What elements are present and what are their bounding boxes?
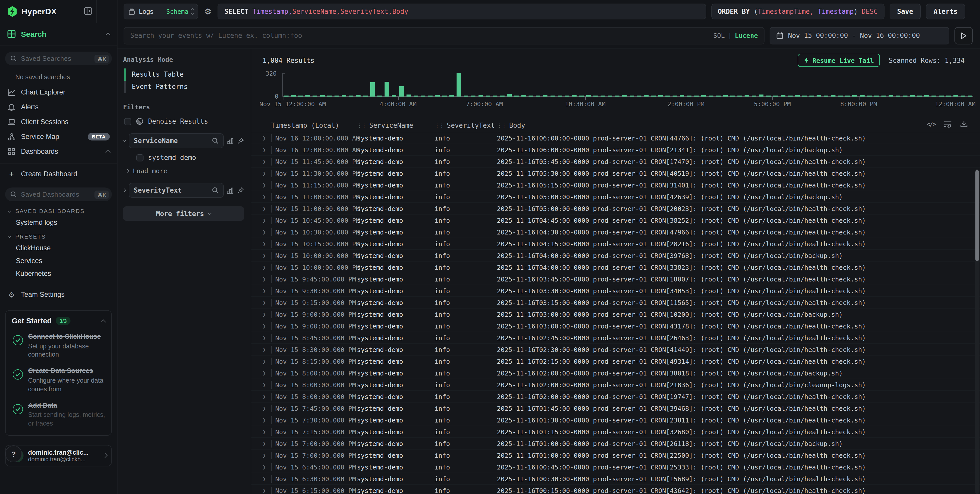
run-query-button[interactable]	[955, 27, 973, 44]
histogram-bar[interactable]	[305, 95, 310, 97]
histogram-bar[interactable]	[953, 95, 958, 97]
histogram-bar[interactable]	[377, 96, 382, 97]
histogram-bar[interactable]	[644, 95, 648, 97]
expand-row-icon[interactable]: ❯	[262, 393, 271, 400]
histogram-bar[interactable]	[709, 96, 713, 97]
sidebar-item-systemd-logs[interactable]: Systemd logs	[0, 216, 117, 229]
lucene-toggle[interactable]: Lucene	[735, 32, 758, 39]
wrap-lines-icon[interactable]	[944, 120, 952, 127]
histogram-bar[interactable]	[665, 95, 670, 97]
pin-icon[interactable]	[237, 187, 244, 194]
histogram-bar[interactable]	[831, 95, 835, 97]
create-dashboard-button[interactable]: + Create Dashboard	[0, 167, 117, 182]
expand-row-icon[interactable]: ❯	[262, 417, 271, 423]
histogram-bar[interactable]	[313, 96, 317, 97]
resume-live-tail-button[interactable]: Resume Live Tail	[798, 54, 880, 67]
expand-row-icon[interactable]: ❯	[262, 217, 271, 223]
histogram-bar[interactable]	[342, 95, 346, 97]
get-started-step[interactable]: Create Data Sources Configure where your…	[12, 367, 105, 394]
histogram-bar[interactable]	[881, 96, 886, 97]
histogram-bar[interactable]	[385, 81, 390, 97]
table-row[interactable]: ❯ Nov 15 8:00:00.000 PM systemd-demo inf…	[251, 391, 980, 403]
histogram-bar[interactable]	[622, 95, 627, 97]
expand-row-icon[interactable]: ❯	[262, 370, 271, 376]
table-row[interactable]: ❯ Nov 15 10:30:00.000 PM systemd-demo in…	[251, 226, 980, 238]
table-row[interactable]: ❯ Nov 15 11:00:00.000 PM systemd-demo in…	[251, 203, 980, 215]
histogram-bar[interactable]	[766, 95, 771, 97]
histogram-bar[interactable]	[737, 96, 742, 97]
column-body[interactable]: ⋮⋮Body	[497, 121, 980, 129]
column-servicename[interactable]: ⋮⋮ServiceName	[357, 121, 434, 129]
sidebar-item-dashboards[interactable]: Dashboards	[0, 144, 117, 159]
grip-icon[interactable]: ⋮⋮	[497, 123, 506, 128]
expand-row-icon[interactable]: ❯	[262, 135, 271, 141]
table-row[interactable]: ❯ Nov 15 8:45:00.000 PM systemd-demo inf…	[251, 332, 980, 344]
histogram-bar[interactable]	[795, 95, 799, 97]
histogram-bar[interactable]	[406, 94, 411, 97]
grip-icon[interactable]: ⋮⋮	[357, 123, 366, 128]
histogram-bar[interactable]	[968, 95, 972, 97]
table-row[interactable]: ❯ Nov 15 7:30:00.000 PM systemd-demo inf…	[251, 414, 980, 426]
expand-row-icon[interactable]: ❯	[262, 464, 271, 470]
table-row[interactable]: ❯ Nov 15 6:30:00.000 PM systemd-demo inf…	[251, 473, 980, 485]
table-row[interactable]: ❯ Nov 15 10:45:00.000 PM systemd-demo in…	[251, 215, 980, 226]
search-icon[interactable]	[212, 137, 219, 144]
saved-searches-input[interactable]: Saved Searches ⌘K	[5, 52, 112, 65]
column-severitytext[interactable]: ⋮⋮SeverityText	[434, 121, 497, 129]
histogram-bar[interactable]	[421, 95, 425, 97]
expand-row-icon[interactable]: ❯	[262, 229, 271, 235]
table-row[interactable]: ❯ Nov 15 6:15:00.000 PM systemd-demo inf…	[251, 485, 980, 494]
sql-toggle[interactable]: SQL	[713, 32, 725, 39]
histogram-bar[interactable]	[759, 95, 764, 97]
histogram-bar[interactable]	[392, 95, 396, 97]
table-row[interactable]: ❯ Nov 15 11:45:00.000 PM systemd-demo in…	[251, 156, 980, 167]
scrollbar-track[interactable]	[975, 169, 980, 494]
chevron-up-icon[interactable]	[105, 150, 111, 155]
histogram-bar[interactable]	[961, 96, 965, 97]
expand-row-icon[interactable]: ❯	[262, 193, 271, 200]
histogram-bar[interactable]	[723, 95, 727, 97]
chevron-right-icon[interactable]	[123, 188, 126, 192]
table-row[interactable]: ❯ Nov 15 11:00:00.000 PM systemd-demo in…	[251, 191, 980, 203]
sidebar-collapse-icon[interactable]	[84, 6, 92, 15]
table-row[interactable]: ❯ Nov 15 8:15:00.000 PM systemd-demo inf…	[251, 355, 980, 367]
expand-row-icon[interactable]: ❯	[262, 170, 271, 177]
histogram-bar[interactable]	[874, 95, 879, 97]
sidebar-item-chart-explorer[interactable]: Chart Explorer	[0, 85, 117, 100]
expand-row-icon[interactable]: ❯	[262, 381, 271, 388]
histogram-bar[interactable]	[565, 96, 569, 97]
table-row[interactable]: ❯ Nov 15 9:00:00.000 PM systemd-demo inf…	[251, 309, 980, 320]
histogram-bar[interactable]	[889, 95, 893, 97]
checkbox[interactable]	[124, 118, 131, 125]
expand-row-icon[interactable]: ❯	[262, 311, 271, 317]
histogram-bar[interactable]	[788, 96, 792, 97]
expand-row-icon[interactable]: ❯	[262, 452, 271, 459]
histogram-bar[interactable]	[399, 86, 404, 97]
histogram-bar[interactable]	[550, 96, 555, 97]
bar-chart-icon[interactable]	[227, 137, 234, 144]
table-row[interactable]: ❯ Nov 15 7:00:00.000 PM systemd-demo inf…	[251, 449, 980, 461]
histogram-bar[interactable]	[298, 96, 303, 97]
grip-icon[interactable]: ⋮⋮	[434, 123, 444, 128]
histogram-bar[interactable]	[658, 95, 663, 97]
histogram-bar[interactable]	[824, 96, 828, 97]
table-row[interactable]: ❯ Nov 15 9:00:00.000 PM systemd-demo inf…	[251, 320, 980, 332]
histogram-bar[interactable]	[485, 96, 490, 97]
histogram-bar[interactable]	[910, 95, 915, 97]
histogram-bar[interactable]	[673, 96, 677, 97]
expand-row-icon[interactable]: ❯	[262, 158, 271, 165]
histogram-bar[interactable]	[680, 95, 684, 97]
bar-chart-icon[interactable]	[227, 187, 234, 194]
checkbox[interactable]	[136, 154, 143, 161]
table-row[interactable]: ❯ Nov 15 7:15:00.000 PM systemd-demo inf…	[251, 426, 980, 438]
histogram-bar[interactable]	[363, 95, 368, 97]
histogram-bar[interactable]	[939, 96, 943, 97]
histogram-bar[interactable]	[370, 82, 375, 97]
histogram-bar[interactable]	[845, 95, 850, 97]
sidebar-item-kubernetes[interactable]: Kubernetes	[0, 267, 117, 280]
histogram-bar[interactable]	[730, 96, 735, 97]
source-select[interactable]: Logs Schema	[124, 3, 198, 19]
histogram-bar[interactable]	[946, 95, 951, 97]
expand-row-icon[interactable]: ❯	[262, 241, 271, 247]
histogram-bar[interactable]	[500, 95, 504, 97]
